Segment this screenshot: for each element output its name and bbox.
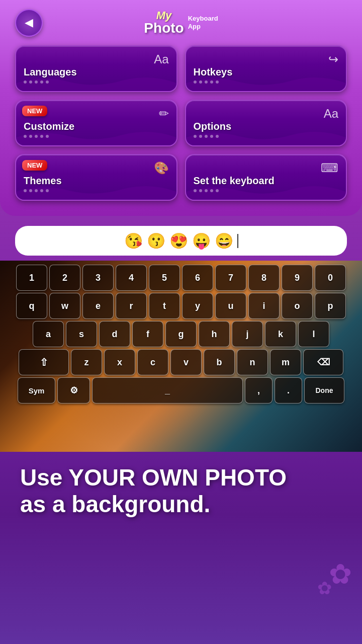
key-q[interactable]: q xyxy=(16,293,47,319)
logo: My Photo Keyboard App xyxy=(144,10,218,35)
themes-dots xyxy=(24,187,169,195)
top-panel: ◀ My Photo Keyboard App Aa Languages ↪ H… xyxy=(0,0,362,216)
zxcv-row: ⇧ z x c v b n m ⌫ xyxy=(3,349,359,375)
key-e[interactable]: e xyxy=(82,293,114,319)
key-k[interactable]: k xyxy=(265,321,296,347)
key-h[interactable]: h xyxy=(199,321,230,347)
key-2[interactable]: 2 xyxy=(49,265,80,291)
period-key[interactable]: . xyxy=(275,377,302,404)
options-button[interactable]: Aa Options xyxy=(185,100,347,146)
key-p[interactable]: p xyxy=(315,293,346,319)
customize-new-badge: NEW xyxy=(22,106,47,116)
customize-dots xyxy=(24,132,169,140)
key-6[interactable]: 6 xyxy=(182,265,213,291)
comma-key[interactable]: , xyxy=(245,377,273,404)
options-label: Options xyxy=(194,121,339,132)
key-n[interactable]: n xyxy=(237,349,268,375)
keyboard-background: 1 2 3 4 5 6 7 8 9 0 q w e r t y u i xyxy=(0,261,362,452)
emoji-2: 😗 xyxy=(147,232,165,250)
logo-my: My xyxy=(156,10,172,21)
key-z[interactable]: z xyxy=(71,349,102,375)
key-i[interactable]: i xyxy=(248,293,280,319)
key-5[interactable]: 5 xyxy=(149,265,180,291)
options-dots xyxy=(194,132,339,140)
bottom-row: Sym ⚙ _ , . Done xyxy=(3,377,359,404)
key-j[interactable]: j xyxy=(232,321,263,347)
themes-button[interactable]: NEW 🎨 Themes xyxy=(15,154,177,201)
backspace-key[interactable]: ⌫ xyxy=(303,349,343,375)
key-7[interactable]: 7 xyxy=(215,265,246,291)
customize-button[interactable]: NEW ✏ Customize xyxy=(15,100,177,146)
languages-button[interactable]: Aa Languages xyxy=(15,45,177,92)
key-t[interactable]: t xyxy=(149,293,180,319)
key-3[interactable]: 3 xyxy=(82,265,114,291)
asdf-row: a s d f g h j k l xyxy=(3,321,359,347)
menu-grid: Aa Languages ↪ Hotkeys NEW ✏ Customize A… xyxy=(15,45,347,201)
themes-new-badge: NEW xyxy=(22,160,47,171)
back-button[interactable]: ◀ xyxy=(15,9,43,37)
key-b[interactable]: b xyxy=(204,349,235,375)
key-y[interactable]: y xyxy=(182,293,213,319)
key-w[interactable]: w xyxy=(49,293,80,319)
languages-icon: Aa xyxy=(154,52,168,66)
languages-label: Languages xyxy=(24,66,169,78)
logo-text: My Photo xyxy=(144,10,184,35)
space-key[interactable]: _ xyxy=(92,377,243,404)
emoji-1: 😘 xyxy=(124,232,143,250)
key-8[interactable]: 8 xyxy=(248,265,280,291)
keyboard-section: 1 2 3 4 5 6 7 8 9 0 q w e r t y u i xyxy=(0,261,362,452)
key-o[interactable]: o xyxy=(282,293,313,319)
key-u[interactable]: u xyxy=(215,293,246,319)
done-key[interactable]: Done xyxy=(304,377,344,404)
logo-subtitle: Keyboard App xyxy=(188,15,218,30)
hotkeys-icon: ↪ xyxy=(328,52,338,66)
promo-text: Use YOUR OWN PHOTO as a background. xyxy=(20,464,342,518)
customize-label: Customize xyxy=(24,121,169,132)
key-g[interactable]: g xyxy=(165,321,197,347)
set-keyboard-button[interactable]: ⌨ Set the keyboard xyxy=(185,154,347,201)
key-a[interactable]: a xyxy=(33,321,64,347)
key-l[interactable]: l xyxy=(298,321,329,347)
promo-line2: as a background. xyxy=(20,491,210,517)
emoji-4: 😛 xyxy=(192,232,211,250)
key-m[interactable]: m xyxy=(270,349,301,375)
key-v[interactable]: v xyxy=(170,349,202,375)
options-icon: Aa xyxy=(324,107,338,121)
key-1[interactable]: 1 xyxy=(16,265,47,291)
back-arrow-icon: ◀ xyxy=(25,16,33,29)
key-4[interactable]: 4 xyxy=(116,265,147,291)
key-r[interactable]: r xyxy=(116,293,147,319)
key-d[interactable]: d xyxy=(99,321,130,347)
settings-key[interactable]: ⚙ xyxy=(57,377,90,404)
key-x[interactable]: x xyxy=(104,349,135,375)
themes-icon: 🎨 xyxy=(154,161,169,175)
hotkeys-button[interactable]: ↪ Hotkeys xyxy=(185,45,347,92)
keyboard-keys: 1 2 3 4 5 6 7 8 9 0 q w e r t y u i xyxy=(0,261,362,410)
key-c[interactable]: c xyxy=(137,349,168,375)
header: ◀ My Photo Keyboard App xyxy=(15,10,347,35)
logo-photo: Photo xyxy=(144,21,184,35)
customize-icon: ✏ xyxy=(159,107,169,121)
themes-label: Themes xyxy=(24,175,169,187)
emoji-3: 😍 xyxy=(169,232,188,250)
sym-key[interactable]: Sym xyxy=(18,377,55,404)
promo-section: Use YOUR OWN PHOTO as a background. xyxy=(0,452,362,528)
key-0[interactable]: 0 xyxy=(315,265,346,291)
languages-dots xyxy=(24,78,169,86)
set-keyboard-dots xyxy=(194,187,339,195)
emoji-input-bar[interactable]: 😘 😗 😍 😛 😄 xyxy=(15,226,347,256)
hotkeys-dots xyxy=(194,78,339,86)
set-keyboard-label: Set the keyboard xyxy=(194,175,339,187)
flower-top-right-2: ✿ xyxy=(317,578,332,598)
set-keyboard-icon: ⌨ xyxy=(321,161,338,175)
key-9[interactable]: 9 xyxy=(282,265,313,291)
promo-line1: Use YOUR OWN PHOTO xyxy=(20,464,287,491)
emoji-5: 😄 xyxy=(215,232,233,250)
hotkeys-label: Hotkeys xyxy=(194,66,339,78)
flower-top-right: ✿ xyxy=(329,558,352,590)
decorative-background: ✿ ✿ ✿ ✿ ✿ ✿ ✿ ✿ 🦋 🦋 🦋 ✦ ✦ ✦ ✦ ✦ ✦ ✦ ✦ xyxy=(0,528,362,644)
key-f[interactable]: f xyxy=(132,321,163,347)
key-s[interactable]: s xyxy=(66,321,97,347)
shift-key[interactable]: ⇧ xyxy=(19,349,69,375)
text-cursor xyxy=(237,234,238,248)
